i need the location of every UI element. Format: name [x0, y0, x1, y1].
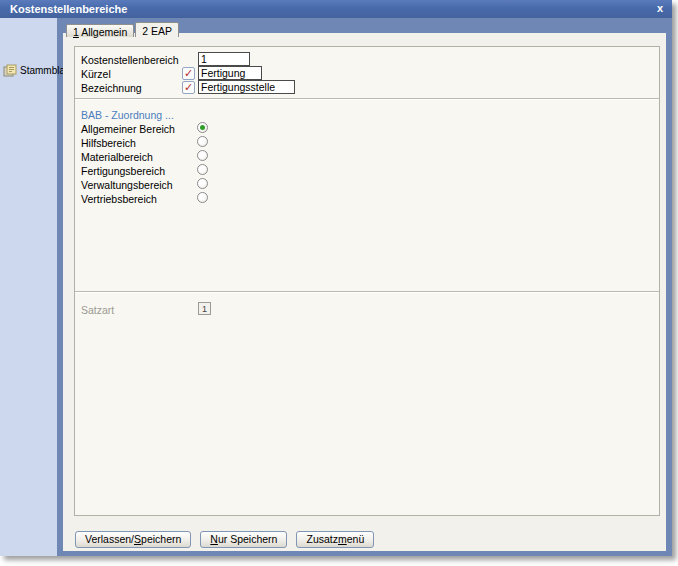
kuerzel-input[interactable]	[198, 66, 262, 80]
radio-hilfsbereich[interactable]	[197, 136, 208, 147]
kuerzel-checkbox[interactable]: ✓	[182, 67, 195, 80]
close-icon[interactable]: x	[657, 0, 663, 17]
radio-vertriebsbereich[interactable]	[197, 192, 208, 203]
satzart-label: Satzart	[81, 304, 114, 316]
bab-section-title: BAB - Zuordnung ...	[81, 109, 174, 121]
radio-fertigungsbereich[interactable]	[197, 164, 208, 175]
sidebar: Stammblatt	[0, 18, 57, 556]
field-label-kuerzel: Kürzel	[81, 68, 111, 80]
main-content: Kostenstellenbereich Kürzel ✓ Bezeichnun…	[63, 33, 666, 551]
field-label-kostenstellenbereich: Kostenstellenbereich	[81, 54, 178, 66]
tab-eap[interactable]: 2 EAP	[135, 22, 179, 37]
separator	[75, 98, 659, 100]
bezeichnung-input[interactable]	[198, 80, 295, 94]
sidebar-item-stammblatt[interactable]: Stammblatt	[3, 64, 71, 77]
zusatzmenu-button[interactable]: Zusatzmenü	[296, 531, 374, 548]
stammblatt-icon	[3, 64, 17, 77]
separator	[75, 291, 659, 293]
tab-allgemein[interactable]: 1 Allgemein	[66, 24, 134, 37]
nur-speichern-button[interactable]: Nur Speichern	[200, 531, 287, 548]
radio-materialbereich[interactable]	[197, 150, 208, 161]
form-panel: Kostenstellenbereich Kürzel ✓ Bezeichnun…	[74, 46, 660, 516]
radio-label-materialbereich: Materialbereich	[81, 151, 153, 163]
radio-label-vertriebsbereich: Vertriebsbereich	[81, 193, 157, 205]
check-icon: ✓	[183, 82, 194, 93]
kostenstellenbereich-input[interactable]	[198, 52, 250, 66]
title-bar: Kostenstellenbereiche x	[0, 0, 672, 18]
satzart-value-box: 1	[198, 302, 211, 315]
field-label-bezeichnung: Bezeichnung	[81, 82, 142, 94]
radio-label-verwaltungsbereich: Verwaltungsbereich	[81, 179, 173, 191]
verlassen-speichern-button[interactable]: Verlassen/Speichern	[75, 531, 191, 548]
radio-allgemeiner-bereich[interactable]	[197, 122, 208, 133]
radio-verwaltungsbereich[interactable]	[197, 178, 208, 189]
check-icon: ✓	[183, 68, 194, 79]
bezeichnung-checkbox[interactable]: ✓	[182, 81, 195, 94]
window-title: Kostenstellenbereiche	[10, 0, 127, 18]
radio-label-fertigungsbereich: Fertigungsbereich	[81, 165, 165, 177]
app-window: Kostenstellenbereiche x Stammblatt 1 All…	[0, 0, 672, 556]
radio-label-allgemeiner-bereich: Allgemeiner Bereich	[81, 123, 175, 135]
button-row: Verlassen/Speichern Nur Speichern Zusatz…	[75, 531, 374, 548]
radio-label-hilfsbereich: Hilfsbereich	[81, 137, 136, 149]
tab-strip: 1 Allgemein 2 EAP	[66, 22, 180, 37]
